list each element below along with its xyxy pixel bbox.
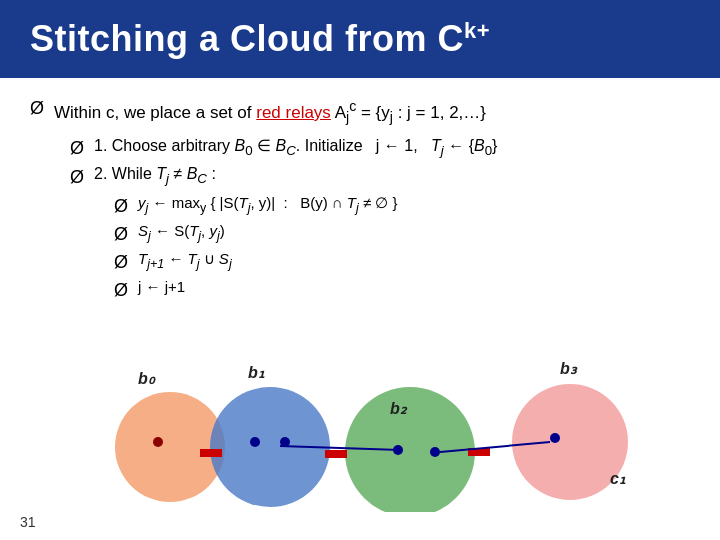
sub-sub-bullet-4-symbol: Ø: [114, 280, 128, 301]
b0-text: B: [235, 137, 246, 154]
sub-bullet-2-text: 2. While Tj ≠ BC :: [94, 165, 216, 186]
slide-title: Stitching a Cloud from Ck+: [30, 18, 490, 60]
b3-dot: [550, 433, 560, 443]
b2-inner-dot: [430, 447, 440, 457]
sub-sub-bullet-2-text: Sj ← S(Tj, yj): [138, 222, 225, 243]
b0-label: b₀: [138, 370, 156, 387]
slide-number: 31: [20, 514, 36, 530]
sub-sub-bullet-3-text: Tj+1 ← Tj ∪ Sj: [138, 250, 232, 271]
sub-sub-bullet-3-symbol: Ø: [114, 252, 128, 273]
b0-b1-connector: [200, 449, 222, 457]
sub-sub-bullet-1-symbol: Ø: [114, 196, 128, 217]
bc-while: BC: [187, 165, 207, 182]
sub-sub-bullet-2-symbol: Ø: [114, 224, 128, 245]
sub-sub-bullet-2: Ø Sj ← S(Tj, yj): [114, 222, 690, 245]
bc-text: BC: [276, 137, 296, 154]
red-relays-text: red relays: [256, 103, 331, 122]
b0-ref: B: [474, 137, 485, 154]
title-superscript: k+: [464, 18, 490, 43]
sub-sub-bullet-4-text: j ← j+1: [138, 278, 185, 295]
tj-text: Tj: [431, 137, 444, 154]
b3-label: b₃: [560, 360, 578, 377]
while-condition: Tj: [156, 165, 169, 182]
sub-sub-bullet-4: Ø j ← j+1: [114, 278, 690, 301]
diagram-svg: b₀ b₁ b₂ b₃ c₁: [80, 342, 680, 512]
sub-sub-bullet-3: Ø Tj+1 ← Tj ∪ Sj: [114, 250, 690, 273]
sub-sub-bullet-1: Ø yj ← maxy { |S(Tj, y)| : B(y) ∩ Tj ≠ ∅…: [114, 194, 690, 217]
sub-sub-bullet-1-text: yj ← maxy { |S(Tj, y)| : B(y) ∩ Tj ≠ ∅ }: [138, 194, 397, 215]
b1-dot: [250, 437, 260, 447]
b2-label: b₂: [390, 400, 408, 417]
slide-content: Ø Within c, we place a set of red relays…: [0, 78, 720, 301]
c1-label: c₁: [610, 470, 626, 487]
main-bullet-symbol: Ø: [30, 98, 44, 119]
sub-bullet-1-symbol: Ø: [70, 138, 84, 159]
b1-label: b₁: [248, 364, 265, 381]
main-bullet-text: Within c, we place a set of red relays A…: [54, 96, 486, 128]
sub-bullet-2-symbol: Ø: [70, 167, 84, 188]
b0-circle: [115, 392, 225, 502]
main-bullet: Ø Within c, we place a set of red relays…: [30, 96, 690, 128]
b0-dot: [153, 437, 163, 447]
sub-bullet-1: Ø 1. Choose arbitrary B0 ∈ BC. Initializ…: [70, 136, 690, 159]
slide-header: Stitching a Cloud from Ck+: [0, 0, 720, 78]
sub-sub-bullets-container: Ø yj ← maxy { |S(Tj, y)| : B(y) ∩ Tj ≠ ∅…: [70, 194, 690, 301]
sub-bullet-1-text: 1. Choose arbitrary B0 ∈ BC. Initialize …: [94, 136, 497, 158]
b1-b2-connector: [325, 450, 347, 458]
sub-bullets-container: Ø 1. Choose arbitrary B0 ∈ BC. Initializ…: [30, 136, 690, 301]
sub-bullet-2: Ø 2. While Tj ≠ BC :: [70, 165, 690, 188]
